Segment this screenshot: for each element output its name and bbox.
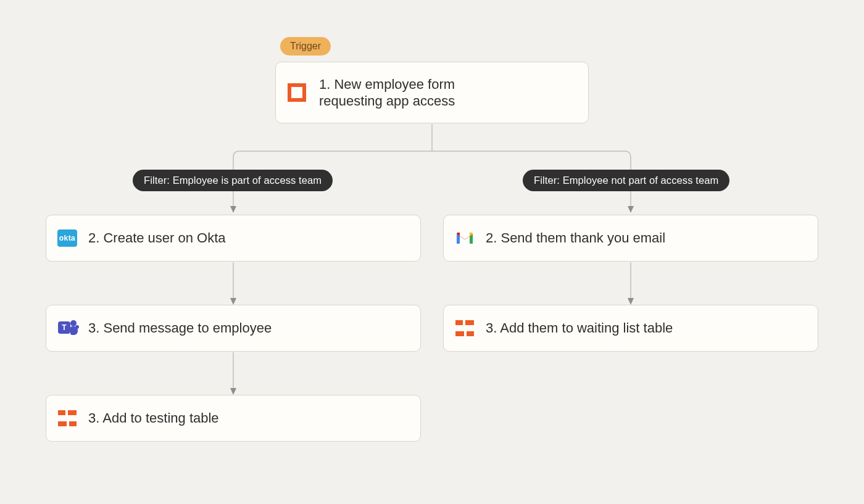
left-step-2[interactable]: T 3. Send message to employee — [46, 305, 421, 352]
right-step-1[interactable]: 2. Send them thank you email — [443, 215, 818, 262]
left-step-1[interactable]: okta 2. Create user on Okta — [46, 215, 421, 262]
svg-marker-0 — [230, 206, 236, 213]
left-step-3[interactable]: 3. Add to testing table — [46, 395, 421, 442]
workflow-diagram: Trigger 1. New employee form requesting … — [0, 0, 864, 504]
trigger-badge: Trigger — [280, 37, 331, 56]
right-step-2-label: 3. Add them to waiting list table — [486, 320, 673, 337]
stax-icon — [57, 408, 77, 428]
svg-marker-1 — [628, 206, 634, 213]
trigger-card-label: 1. New employee form requesting app acce… — [319, 76, 455, 110]
form-app-icon — [287, 83, 307, 102]
svg-marker-2 — [230, 298, 236, 305]
trigger-card[interactable]: 1. New employee form requesting app acce… — [275, 62, 589, 123]
right-step-1-label: 2. Send them thank you email — [486, 229, 665, 247]
left-step-1-label: 2. Create user on Okta — [88, 229, 226, 247]
trigger-line1: 1. New employee form — [319, 76, 455, 92]
gmail-icon — [455, 228, 475, 248]
left-step-3-label: 3. Add to testing table — [88, 410, 219, 427]
filter-pill-left: Filter: Employee is part of access team — [133, 170, 333, 191]
svg-marker-3 — [230, 388, 236, 395]
okta-icon: okta — [57, 228, 77, 248]
filter-pill-right: Filter: Employee not part of access team — [523, 170, 729, 191]
trigger-line2: requesting app access — [319, 93, 455, 109]
right-step-2[interactable]: 3. Add them to waiting list table — [443, 305, 818, 352]
stax-icon — [455, 318, 475, 338]
svg-marker-4 — [628, 298, 634, 305]
left-step-2-label: 3. Send message to employee — [88, 320, 272, 337]
teams-icon: T — [57, 318, 77, 338]
